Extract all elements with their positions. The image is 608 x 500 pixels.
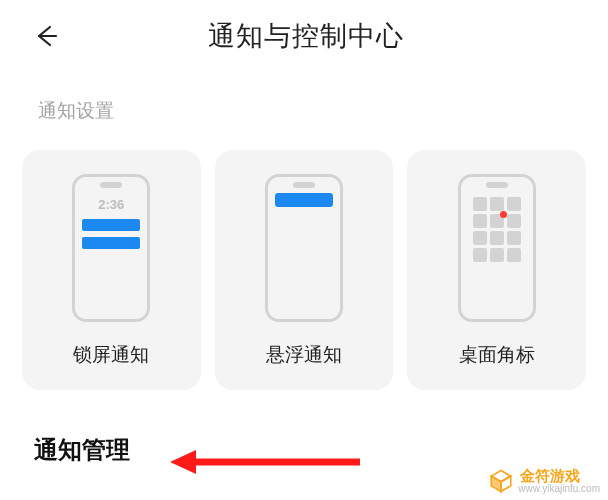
svg-marker-3 bbox=[492, 476, 502, 491]
phone-notch bbox=[486, 182, 508, 188]
app-icon bbox=[507, 214, 521, 228]
app-icon-grid bbox=[473, 197, 521, 262]
watermark-text: 金符游戏 www.yikajinfu.com bbox=[520, 468, 600, 494]
badge-dot-icon bbox=[500, 211, 507, 218]
phone-preview-lockscreen: 2:36 bbox=[72, 174, 150, 322]
section-label: 通知设置 bbox=[0, 64, 608, 124]
cube-icon bbox=[488, 468, 514, 494]
phone-preview-floating bbox=[265, 174, 343, 322]
app-icon bbox=[490, 231, 504, 245]
notification-management[interactable]: 通知管理 bbox=[0, 390, 608, 466]
floating-notification-bar bbox=[275, 193, 333, 207]
notification-bar bbox=[82, 219, 140, 231]
card-floating-notification[interactable]: 悬浮通知 bbox=[215, 150, 394, 390]
header: 通知与控制中心 bbox=[0, 0, 608, 64]
phone-preview-badge bbox=[458, 174, 536, 322]
app-icon bbox=[490, 248, 504, 262]
card-lockscreen-notification[interactable]: 2:36 锁屏通知 bbox=[22, 150, 201, 390]
page-title: 通知与控制中心 bbox=[208, 18, 404, 54]
watermark-url: www.yikajinfu.com bbox=[518, 483, 600, 494]
phone-notch bbox=[100, 182, 122, 188]
app-icon bbox=[490, 197, 504, 211]
cards-row: 2:36 锁屏通知 悬浮通知 bbox=[0, 124, 608, 390]
app-icon bbox=[507, 197, 521, 211]
app-icon bbox=[473, 248, 487, 262]
card-label: 悬浮通知 bbox=[266, 342, 342, 368]
svg-marker-4 bbox=[501, 476, 511, 491]
app-icon bbox=[473, 197, 487, 211]
watermark: 金符游戏 www.yikajinfu.com bbox=[488, 468, 600, 494]
card-label: 锁屏通知 bbox=[73, 342, 149, 368]
title-wrap: 通知与控制中心 bbox=[28, 18, 584, 54]
lock-time: 2:36 bbox=[98, 197, 124, 212]
app-icon bbox=[473, 231, 487, 245]
app-icon bbox=[507, 248, 521, 262]
card-desktop-badge[interactable]: 桌面角标 bbox=[407, 150, 586, 390]
app-icon-with-badge bbox=[490, 214, 504, 228]
notification-bar bbox=[82, 237, 140, 249]
app-icon bbox=[507, 231, 521, 245]
phone-notch bbox=[293, 182, 315, 188]
card-label: 桌面角标 bbox=[459, 342, 535, 368]
app-icon bbox=[473, 214, 487, 228]
